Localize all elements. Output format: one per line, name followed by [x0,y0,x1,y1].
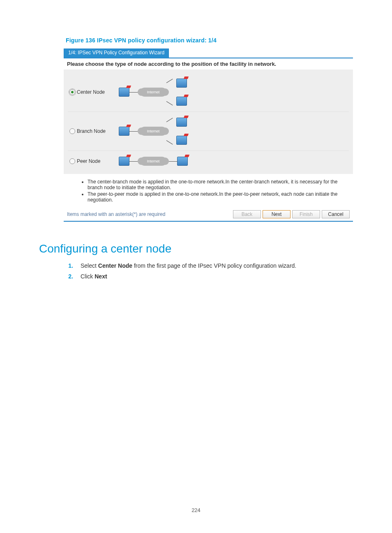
radio-icon [69,89,75,95]
wizard-body: Please choose the type of node according… [64,58,353,208]
router-icon [176,136,187,145]
branch-fork [176,79,187,106]
node-row-peer: Peer Node Internet [68,151,349,171]
wizard-screenshot: 1/4: IPSec VPN Policy Configuration Wiza… [64,49,353,222]
radio-icon [69,158,75,164]
node-row-branch: Branch Node Internet [68,111,349,151]
peer-node-diagram: Internet [119,157,188,166]
wizard-tabbar: 1/4: IPSec VPN Policy Configuration Wiza… [64,49,353,58]
router-icon [177,157,188,166]
wizard-instruction: Please choose the type of node according… [64,58,353,70]
step-1: 1. Select Center Node from the first pag… [66,261,353,271]
step-1-bold: Center Node [98,262,132,269]
center-node-label: Center Node [77,89,105,95]
step-1-text-a: Select [81,262,98,269]
peer-node-radio[interactable]: Peer Node [69,158,119,164]
router-icon [176,118,187,127]
page-number: 224 [0,507,392,513]
cloud-icon: Internet [140,127,166,136]
finish-button[interactable]: Finish [292,210,320,218]
node-row-center: Center Node Internet [68,73,349,111]
wizard-tab-title: 1/4: IPSec VPN Policy Configuration Wiza… [64,49,169,58]
back-button[interactable]: Back [233,210,261,218]
step-1-text-c: from the first page of the IPsec VPN pol… [132,262,296,269]
step-number: 2. [66,272,73,282]
branch-fork [176,118,187,145]
note-center-branch: The center-branch mode is applied in the… [88,179,341,190]
steps-list: 1. Select Center Node from the first pag… [66,261,353,282]
step-2-bold: Next [95,273,107,280]
cloud-icon: Internet [140,157,166,166]
router-icon [176,97,187,106]
note-peer-to-peer: The peer-to-peer mode is applied in the … [88,191,341,203]
wizard-footer: Items marked with an asterisk(*) are req… [64,208,353,221]
figure-caption: Figure 136 IPsec VPN policy configuratio… [66,37,353,44]
cloud-label: Internet [147,90,160,94]
cloud-icon: Internet [140,88,166,97]
step-2-text-a: Click [81,273,95,280]
router-icon [119,127,129,136]
wizard-notes: The center-branch mode is applied in the… [64,174,353,208]
branch-node-label: Branch Node [77,128,106,134]
cloud-label: Internet [147,129,160,133]
cloud-label: Internet [147,159,160,163]
center-node-radio[interactable]: Center Node [69,89,119,95]
router-icon [119,88,129,97]
peer-node-label: Peer Node [77,158,100,164]
router-icon [176,79,187,88]
step-2-text: Click Next [81,272,107,282]
router-icon [119,157,129,166]
cancel-button[interactable]: Cancel [322,210,350,218]
center-node-diagram: Internet [119,79,187,106]
next-button[interactable]: Next [263,210,291,218]
required-hint: Items marked with an asterisk(*) are req… [67,211,231,217]
radio-icon [69,128,75,134]
step-1-text: Select Center Node from the first page o… [81,261,296,271]
section-heading: Configuring a center node [39,242,353,255]
step-2: 2. Click Next [66,272,353,282]
step-number: 1. [66,261,73,271]
branch-node-radio[interactable]: Branch Node [69,128,119,134]
branch-node-diagram: Internet [119,118,187,145]
page: Figure 136 IPsec VPN policy configuratio… [0,0,392,533]
